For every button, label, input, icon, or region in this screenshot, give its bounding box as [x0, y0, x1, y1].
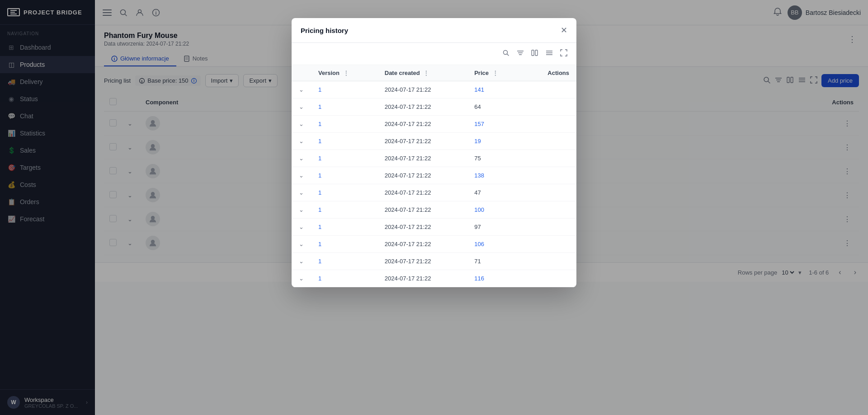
row-date-cell: 2024-07-17 21:22: [377, 236, 467, 253]
row-price-cell: 138: [467, 167, 523, 184]
row-actions-cell: [524, 184, 576, 201]
modal-title: Pricing history: [301, 27, 348, 34]
th-col-expand: [292, 65, 311, 81]
row-collapse-cell: ⌄: [292, 81, 311, 98]
price-link[interactable]: 138: [474, 172, 484, 179]
row-collapse-icon[interactable]: ⌄: [299, 138, 304, 145]
pricing-history-modal: Pricing history ✕: [292, 18, 576, 287]
price-link[interactable]: 106: [474, 241, 484, 247]
row-collapse-icon[interactable]: ⌄: [299, 103, 304, 110]
th-version: Version ⋮: [311, 65, 377, 81]
row-version-cell: 1: [311, 150, 377, 167]
price-link[interactable]: 19: [474, 138, 481, 145]
row-price-cell: 64: [467, 98, 523, 116]
price-value: 64: [474, 103, 481, 110]
row-version-cell: 1: [311, 201, 377, 219]
modal-search-icon[interactable]: [500, 47, 511, 60]
version-link[interactable]: 1: [318, 86, 321, 93]
price-link[interactable]: 116: [474, 275, 484, 282]
th-actions: Actions: [524, 65, 576, 81]
modal-table-row: ⌄ 1 2024-07-17 21:22 75: [292, 150, 576, 167]
price-link[interactable]: 141: [474, 86, 484, 93]
row-collapse-icon[interactable]: ⌄: [299, 206, 304, 213]
row-price-cell: 97: [467, 219, 523, 236]
row-price-cell: 106: [467, 236, 523, 253]
modal-overlay[interactable]: Pricing history ✕: [0, 0, 868, 415]
version-link[interactable]: 1: [318, 103, 321, 110]
row-actions-cell: [524, 81, 576, 98]
row-collapse-icon[interactable]: ⌄: [299, 155, 304, 162]
th-price: Price ⋮: [467, 65, 523, 81]
modal-table-row: ⌄ 1 2024-07-17 21:22 19: [292, 133, 576, 150]
row-date-cell: 2024-07-17 21:22: [377, 116, 467, 133]
modal-filter-icon[interactable]: [515, 47, 526, 60]
version-link[interactable]: 1: [318, 224, 321, 230]
row-collapse-cell: ⌄: [292, 201, 311, 219]
version-link[interactable]: 1: [318, 258, 321, 265]
modal-close-button[interactable]: ✕: [561, 25, 567, 35]
modal-header: Pricing history ✕: [292, 18, 576, 43]
row-price-cell: 47: [467, 184, 523, 201]
svg-rect-44: [532, 50, 534, 56]
modal-table-row: ⌄ 1 2024-07-17 21:22 100: [292, 201, 576, 219]
svg-rect-45: [535, 50, 538, 56]
version-link[interactable]: 1: [318, 172, 321, 179]
version-link[interactable]: 1: [318, 155, 321, 162]
row-date-cell: 2024-07-17 21:22: [377, 150, 467, 167]
row-actions-cell: [524, 236, 576, 253]
price-value: 47: [474, 189, 481, 196]
svg-line-40: [507, 54, 509, 56]
modal-list-icon[interactable]: [544, 47, 555, 60]
version-link[interactable]: 1: [318, 275, 321, 282]
row-collapse-cell: ⌄: [292, 133, 311, 150]
row-price-cell: 157: [467, 116, 523, 133]
version-link[interactable]: 1: [318, 138, 321, 145]
row-version-cell: 1: [311, 167, 377, 184]
row-version-cell: 1: [311, 116, 377, 133]
row-collapse-cell: ⌄: [292, 167, 311, 184]
modal-body: Version ⋮ Date created ⋮ Price ⋮ Actions: [292, 65, 576, 287]
modal-table-row: ⌄ 1 2024-07-17 21:22 116: [292, 270, 576, 287]
price-value: 71: [474, 258, 481, 265]
row-actions-cell: [524, 116, 576, 133]
row-version-cell: 1: [311, 98, 377, 116]
modal-table-row: ⌄ 1 2024-07-17 21:22 64: [292, 98, 576, 116]
modal-columns-icon[interactable]: [529, 47, 540, 60]
row-actions-cell: [524, 167, 576, 184]
row-collapse-icon[interactable]: ⌄: [299, 172, 304, 179]
row-date-cell: 2024-07-17 21:22: [377, 133, 467, 150]
row-collapse-icon[interactable]: ⌄: [299, 224, 304, 230]
version-link[interactable]: 1: [318, 121, 321, 127]
modal-table-row: ⌄ 1 2024-07-17 21:22 97: [292, 219, 576, 236]
row-collapse-cell: ⌄: [292, 236, 311, 253]
row-version-cell: 1: [311, 133, 377, 150]
row-collapse-icon[interactable]: ⌄: [299, 121, 304, 127]
row-version-cell: 1: [311, 184, 377, 201]
row-collapse-icon[interactable]: ⌄: [299, 241, 304, 247]
row-actions-cell: [524, 98, 576, 116]
row-collapse-icon[interactable]: ⌄: [299, 258, 304, 265]
price-link[interactable]: 100: [474, 206, 484, 213]
price-link[interactable]: 157: [474, 121, 484, 127]
modal-expand-icon[interactable]: [558, 47, 569, 60]
version-link[interactable]: 1: [318, 206, 321, 213]
th-date-created: Date created ⋮: [377, 65, 467, 81]
row-collapse-icon[interactable]: ⌄: [299, 189, 304, 196]
row-date-cell: 2024-07-17 21:22: [377, 253, 467, 270]
row-version-cell: 1: [311, 219, 377, 236]
row-collapse-icon[interactable]: ⌄: [299, 86, 304, 93]
row-collapse-icon[interactable]: ⌄: [299, 275, 304, 282]
version-link[interactable]: 1: [318, 189, 321, 196]
row-date-cell: 2024-07-17 21:22: [377, 167, 467, 184]
version-link[interactable]: 1: [318, 241, 321, 247]
price-value: 97: [474, 224, 481, 230]
row-version-cell: 1: [311, 236, 377, 253]
row-date-cell: 2024-07-17 21:22: [377, 184, 467, 201]
row-price-cell: 19: [467, 133, 523, 150]
row-price-cell: 116: [467, 270, 523, 287]
modal-table-row: ⌄ 1 2024-07-17 21:22 157: [292, 116, 576, 133]
row-date-cell: 2024-07-17 21:22: [377, 201, 467, 219]
row-date-cell: 2024-07-17 21:22: [377, 270, 467, 287]
row-collapse-cell: ⌄: [292, 150, 311, 167]
row-version-cell: 1: [311, 81, 377, 98]
